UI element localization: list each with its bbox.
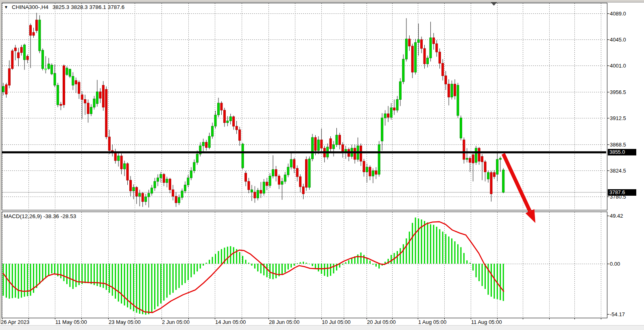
candle [118, 156, 120, 161]
candle [442, 63, 444, 76]
candle [2, 86, 4, 92]
candle [181, 191, 183, 197]
chart-ohlc-header: ▼CHINA300-,H43825.33828.33786.13787.6 [4, 4, 126, 10]
candlestick-series[interactable] [2, 20, 504, 203]
mt4-chart-window: { "ohlc_header": { "dropdown_icon": "▼",… [0, 0, 644, 330]
price-axis-tick [607, 197, 609, 197]
candle [151, 188, 153, 193]
candle [202, 142, 204, 146]
candle [375, 171, 377, 175]
candle [108, 137, 110, 151]
price-axis-label: 3956.5 [610, 89, 642, 95]
price-chart-panel[interactable]: ▼CHINA300-,H43825.33828.33786.13787.6 [2, 3, 607, 210]
candle [142, 193, 144, 201]
candle [75, 81, 77, 84]
candle [454, 84, 456, 96]
candle [405, 39, 407, 59]
macd-indicator-panel[interactable]: MACD(12,26,9)-38.36-28.53 [2, 212, 607, 318]
candle [8, 69, 10, 85]
time-axis-label: 28 Jun 05:00 [269, 319, 299, 325]
candle [354, 148, 356, 160]
candle [20, 47, 22, 52]
candle [84, 100, 86, 103]
symbol-dropdown-icon[interactable]: ▼ [4, 5, 8, 9]
macd-chart[interactable] [2, 212, 606, 317]
candle [172, 190, 174, 196]
candle [330, 139, 332, 149]
macd-signal-line [3, 222, 504, 313]
candle [384, 114, 386, 118]
price-axis-label: 3912.5 [610, 115, 642, 121]
candle [196, 154, 198, 162]
candle [496, 160, 498, 174]
macd-axis-tick [607, 264, 609, 264]
time-axis-tick [523, 318, 523, 319]
candle [333, 144, 335, 149]
macd-axis-tick [607, 314, 609, 315]
candle [336, 135, 338, 144]
candle [415, 42, 417, 72]
candle [193, 162, 195, 170]
time-axis-label: 14 Jun 05:00 [215, 319, 246, 325]
price-axis-tick [607, 13, 609, 14]
price-axis-label: 4045.0 [610, 37, 642, 43]
candle [338, 135, 341, 144]
candle [233, 117, 235, 126]
candle [457, 85, 459, 115]
candle [184, 185, 186, 191]
candle [45, 69, 47, 70]
candle [287, 167, 289, 175]
candle [396, 100, 398, 110]
candle [408, 39, 410, 46]
candle [120, 156, 122, 169]
candle [490, 173, 492, 194]
candle [208, 136, 210, 148]
candle [236, 126, 238, 130]
candle [421, 39, 423, 48]
candle [411, 46, 413, 72]
candle [472, 155, 474, 163]
candle [306, 160, 308, 188]
close-value: 3787.6 [108, 4, 124, 10]
candle [160, 174, 162, 178]
candle [214, 115, 216, 126]
candle [93, 99, 95, 107]
candle [99, 92, 101, 98]
time-axis-tick [549, 318, 550, 319]
candle [311, 138, 313, 159]
window-top-edge [0, 0, 644, 2]
price-axis-label: 3824.5 [610, 167, 642, 173]
macd-axis-label: -54.17 [610, 311, 642, 317]
candle [278, 176, 280, 184]
candle [463, 140, 465, 160]
candle [460, 118, 462, 138]
candle [402, 59, 404, 81]
candle [87, 103, 89, 114]
candle [299, 177, 301, 187]
macd-axis-label: 49.42 [610, 213, 642, 219]
candle [242, 144, 244, 168]
candle [369, 167, 371, 176]
high-value: 3828.3 [71, 4, 87, 10]
horizontal-level-line[interactable] [2, 151, 606, 153]
candle [269, 176, 271, 186]
candle [342, 144, 344, 152]
time-axis-label: 26 Apr 2023 [1, 319, 29, 325]
price-axis-tick [607, 66, 609, 66]
candle [387, 114, 389, 118]
macd-indicator-label: MACD(12,26,9) [4, 213, 42, 219]
candle [63, 66, 65, 105]
candle [245, 173, 247, 181]
candle [90, 107, 92, 114]
candlestick-chart[interactable] [2, 3, 606, 209]
candle [57, 85, 59, 105]
candle [257, 190, 259, 198]
price-axis-tick [607, 170, 609, 171]
candle [14, 48, 16, 51]
candle [427, 58, 429, 64]
candle [78, 82, 80, 94]
candle [133, 187, 135, 191]
candle [448, 84, 450, 97]
macd-axis-label: 0.00 [610, 261, 642, 267]
candle [366, 167, 368, 172]
